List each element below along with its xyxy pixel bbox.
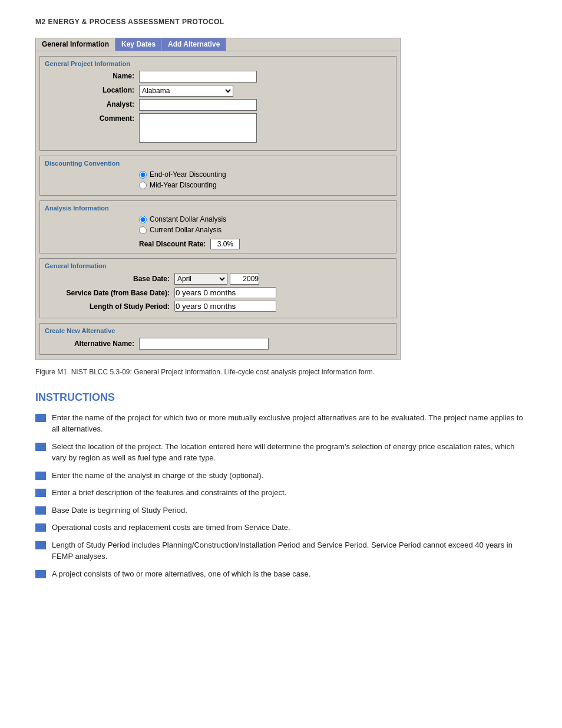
service-date-input[interactable] — [174, 287, 276, 298]
service-date-label: Service Date (from Base Date): — [45, 289, 174, 297]
name-input[interactable] — [139, 71, 257, 83]
instruction-item-3: Enter a brief description of the feature… — [35, 487, 527, 499]
bullet-icon-2 — [35, 472, 46, 480]
radio-constant-dollar-input[interactable] — [139, 216, 147, 223]
figure-caption: Figure M1. NIST BLCC 5.3-09: General Pro… — [35, 367, 401, 377]
location-label: Location: — [45, 85, 139, 94]
radio-current-dollar[interactable]: Current Dollar Analysis — [139, 226, 222, 234]
radio-mid-year[interactable]: Mid-Year Discounting — [139, 181, 217, 189]
study-period-input[interactable] — [174, 301, 276, 312]
bullet-icon-7 — [35, 570, 46, 578]
instructions-section: INSTRUCTIONS Enter the name of the proje… — [35, 391, 527, 580]
base-date-month-select[interactable]: January February March April May June Ju… — [174, 273, 227, 285]
bullet-icon-1 — [35, 443, 46, 451]
instruction-item-0: Enter the name of the project for which … — [35, 412, 527, 435]
radio-end-of-year-input[interactable] — [139, 171, 147, 179]
instructions-title: INSTRUCTIONS — [35, 391, 527, 404]
tab-general-information[interactable]: General Information — [36, 38, 115, 51]
instructions-list: Enter the name of the project for which … — [35, 412, 527, 580]
discount-rate-row: Real Discount Rate: — [45, 239, 391, 249]
instruction-item-6: Length of Study Period includes Planning… — [35, 539, 527, 562]
alt-name-row: Alternative Name: — [45, 338, 391, 350]
field-row-comment: Comment: — [45, 113, 391, 144]
analyst-label: Analyst: — [45, 99, 139, 108]
section-general-info-bottom-title: General Information — [45, 262, 391, 269]
section-analysis-title: Analysis Information — [45, 205, 391, 212]
radio-constant-dollar[interactable]: Constant Dollar Analysis — [139, 215, 226, 223]
bullet-icon-5 — [35, 523, 46, 532]
analysis-radio-group: Constant Dollar Analysis Current Dollar … — [45, 215, 391, 236]
location-value: Alabama Alaska Arizona California — [139, 85, 233, 97]
section-general-project-title: General Project Information — [45, 60, 391, 67]
section-discounting: Discounting Convention End-of-Year Disco… — [39, 156, 396, 196]
service-date-row: Service Date (from Base Date): — [45, 287, 391, 298]
page-title: M2 ENERGY & PROCESS ASSESSMENT PROTOCOL — [35, 18, 224, 26]
analyst-value — [139, 99, 257, 111]
instruction-item-1: Select the location of the project. The … — [35, 441, 527, 464]
radio-mid-year-input[interactable] — [139, 182, 147, 189]
base-date-label: Base Date: — [45, 275, 174, 283]
tab-bar: General Information Key Dates Add Altern… — [36, 38, 400, 51]
bullet-icon-6 — [35, 541, 46, 549]
section-general-info-bottom: General Information Base Date: January F… — [39, 258, 396, 318]
base-date-year-input[interactable] — [230, 273, 259, 285]
tab-key-dates[interactable]: Key Dates — [115, 38, 162, 51]
discounting-radio-group: End-of-Year Discounting Mid-Year Discoun… — [45, 170, 391, 192]
bullet-icon-0 — [35, 414, 46, 422]
section-analysis: Analysis Information Constant Dollar Ana… — [39, 200, 396, 253]
bullet-icon-4 — [35, 506, 46, 515]
field-row-location: Location: Alabama Alaska Arizona Califor… — [45, 85, 391, 97]
comment-value — [139, 113, 257, 144]
comment-textarea[interactable] — [139, 113, 257, 143]
instruction-item-7: A project consists of two or more altern… — [35, 568, 527, 580]
study-period-label: Length of Study Period: — [45, 302, 174, 311]
base-date-row: Base Date: January February March April … — [45, 273, 391, 285]
section-create-alternative-title: Create New Alternative — [45, 327, 391, 334]
discount-rate-input[interactable] — [210, 239, 240, 249]
alt-name-label: Alternative Name: — [45, 340, 139, 348]
page-header: M2 ENERGY & PROCESS ASSESSMENT PROTOCOL — [35, 18, 527, 26]
tab-add-alternative[interactable]: Add Alternative — [162, 38, 226, 51]
section-general-project: General Project Information Name: Locati… — [39, 56, 396, 151]
study-period-row: Length of Study Period: — [45, 301, 391, 312]
discount-rate-label: Real Discount Rate: — [139, 240, 206, 248]
field-row-name: Name: — [45, 71, 391, 83]
comment-label: Comment: — [45, 113, 139, 123]
section-create-alternative: Create New Alternative Alternative Name: — [39, 323, 396, 355]
bullet-icon-3 — [35, 489, 46, 497]
field-row-analyst: Analyst: — [45, 99, 391, 111]
name-label: Name: — [45, 71, 139, 80]
radio-current-dollar-input[interactable] — [139, 226, 147, 234]
analyst-input[interactable] — [139, 99, 257, 111]
alt-name-input[interactable] — [139, 338, 269, 350]
instruction-item-5: Operational costs and replacement costs … — [35, 522, 527, 533]
name-value — [139, 71, 257, 83]
location-select[interactable]: Alabama Alaska Arizona California — [139, 85, 233, 97]
base-date-value: January February March April May June Ju… — [174, 273, 259, 285]
radio-end-of-year[interactable]: End-of-Year Discounting — [139, 170, 226, 179]
instruction-item-4: Base Date is beginning of Study Period. — [35, 505, 527, 516]
form-container: General Information Key Dates Add Altern… — [35, 38, 401, 360]
instruction-item-2: Enter the name of the analyst in charge … — [35, 470, 527, 482]
section-discounting-title: Discounting Convention — [45, 160, 391, 167]
